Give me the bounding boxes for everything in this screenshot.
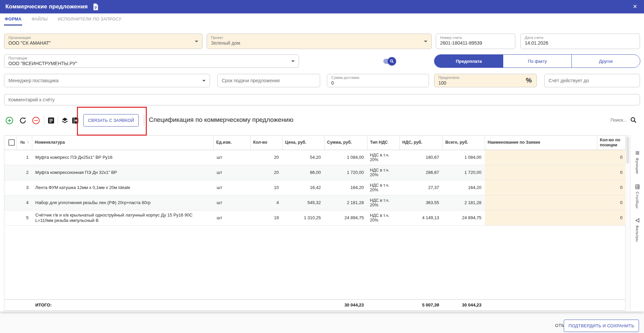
supplier-value: ООО "ВСЕИНСТРУМЕНТЫ.РУ": [8, 60, 295, 67]
payment-option[interactable]: Предоплата: [434, 55, 503, 67]
cell-unit: шт: [213, 180, 250, 195]
organization-field[interactable]: Организация ООО "СК АМАНАТ": [4, 34, 203, 49]
window-title: Коммерческие предложения: [5, 3, 88, 10]
select-all-checkbox[interactable]: [8, 139, 15, 146]
delivery-sum-field[interactable]: Сумма доставки 0: [327, 74, 429, 87]
add-row-icon[interactable]: [5, 116, 13, 125]
header-unit[interactable]: Ед.изм.: [213, 136, 250, 150]
cell-name: Счётчик г/в и х/в крыльчатый одноструйны…: [32, 210, 213, 225]
filter-icon: [635, 218, 640, 223]
search-toggle-knob: [388, 57, 396, 65]
payment-option[interactable]: По факту: [503, 55, 571, 67]
cell-name: Муфта компресс ПЭ Дн25х1" ВР Ру16: [32, 150, 213, 165]
cell-price: 16,42: [282, 180, 324, 195]
invoice-number-field[interactable]: Номер счета 2601-180411-89539: [436, 34, 515, 49]
header-sum[interactable]: Сумма, руб.: [324, 136, 367, 150]
spec-table-body: 1Муфта компресс ПЭ Дн25х1" ВР Ру16шт2054…: [4, 150, 626, 225]
add-table-icon[interactable]: [71, 116, 79, 125]
table-row[interactable]: 5Счётчик г/в и х/в крыльчатый одноструйн…: [4, 210, 626, 225]
header-total[interactable]: Всего, руб.: [442, 136, 485, 150]
organization-value: ООО "СК АМАНАТ": [8, 40, 198, 46]
cell-name: Набор для уплотнения резьбы лен (РФ) 20г…: [32, 195, 213, 210]
dialog-panel: Коммерческие предложения ✕ ФОРМА ФАЙЛЫ И…: [0, 0, 644, 312]
cell-qty: 4: [250, 195, 282, 210]
toolbar-divider: [44, 116, 44, 125]
totals-label: ИТОГО:: [32, 300, 213, 311]
header-vat-type[interactable]: Тип НДС: [367, 136, 399, 150]
search-icon: [630, 117, 637, 123]
header-vat[interactable]: НДС, руб.: [399, 136, 442, 150]
cell-qty: 20: [250, 150, 282, 165]
hamburger-icon: [635, 150, 640, 155]
header-qty[interactable]: Кол-во: [250, 136, 282, 150]
cell-request_name: [485, 210, 597, 225]
delivery-sum-label: Сумма доставки: [331, 75, 425, 80]
cell-request_qty: 0: [597, 210, 626, 225]
comment-placeholder: Комментарий к счёту: [8, 97, 55, 102]
totals-vat: 5 007,39: [399, 300, 442, 311]
side-tab-functions[interactable]: Функции: [635, 150, 640, 174]
confirm-save-button[interactable]: ПОДТВЕРДИТЬ И СОХРАНИТЬ: [564, 320, 639, 332]
table-side-panel: Функции Столбцы Фильтры: [630, 135, 644, 311]
cell-request_qty: 0: [597, 195, 626, 210]
invoice-date-field[interactable]: Дата счета 14.01.2026: [520, 34, 640, 49]
close-icon[interactable]: ✕: [632, 3, 639, 11]
header-request-qty[interactable]: Кол-во по позиции: [597, 136, 626, 150]
cell-vat: 4 149,13: [399, 210, 442, 225]
cell-checkbox: [4, 165, 16, 180]
cell-request_qty: 0: [597, 150, 626, 165]
invoice-number-label: Номер счета: [440, 35, 511, 40]
cell-unit: шт: [213, 195, 250, 210]
cell-vat: 363,55: [399, 195, 442, 210]
valid-until-field[interactable]: Счёт действует до: [544, 74, 640, 87]
cell-num: 4: [16, 195, 32, 210]
payment-option[interactable]: Другое: [571, 55, 640, 67]
side-tab-columns[interactable]: Столбцы: [635, 184, 640, 208]
cell-request_name: [485, 195, 597, 210]
supplier-manager-placeholder: Менеджер поставщика: [8, 78, 58, 83]
refresh-icon[interactable]: [19, 116, 27, 125]
cell-request_name: [485, 150, 597, 165]
tab[interactable]: ФАЙЛЫ: [31, 13, 48, 26]
cell-vat: 180,67: [399, 150, 442, 165]
header-price[interactable]: Цена, руб.: [282, 136, 324, 150]
supplier-field[interactable]: Поставщик ООО "ВСЕИНСТРУМЕНТЫ.РУ": [4, 54, 299, 68]
cell-vat_type: НДС в т.ч. 20%: [367, 150, 399, 165]
valid-until-placeholder: Счёт действует до: [549, 78, 589, 83]
vertical-scrollbar[interactable]: [626, 135, 630, 311]
cell-price: 86,00: [282, 165, 324, 180]
remove-row-icon[interactable]: [32, 116, 40, 125]
project-field[interactable]: Проект Зеленый дом: [207, 34, 432, 49]
table-row[interactable]: 1Муфта компресс ПЭ Дн25х1" ВР Ру16шт2054…: [4, 150, 626, 165]
sort-asc-icon: ↑: [27, 140, 29, 145]
supplier-search-toggle[interactable]: [383, 59, 395, 64]
side-tab-filters[interactable]: Фильтры: [635, 218, 640, 242]
comment-field[interactable]: Комментарий к счёту: [4, 94, 640, 105]
table-row[interactable]: 2Муфта компрессионная ПЭ Дн 32х1" ВРшт20…: [4, 165, 626, 180]
table-row[interactable]: 3Лента ФУМ катушка 12мм х 0,1мм х 20м Id…: [4, 180, 626, 195]
spec-search[interactable]: Поиск...: [610, 117, 637, 123]
header-num[interactable]: №↑: [16, 136, 32, 150]
cell-checkbox: [4, 210, 16, 225]
supplier-manager-field[interactable]: Менеджер поставщика: [4, 74, 210, 87]
chevron-down-icon: [291, 60, 295, 62]
header-request-name[interactable]: Наименование по Заявке: [485, 136, 597, 150]
prepayment-field[interactable]: Предоплата 100 %: [434, 74, 537, 87]
cell-request_name: [485, 180, 597, 195]
tab[interactable]: ИСПОЛНИТЕЛИ ПО ЗАПРОСУ: [57, 13, 122, 26]
cell-checkbox: [4, 180, 16, 195]
table-row[interactable]: 4Набор для уплотнения резьбы лен (РФ) 20…: [4, 195, 626, 210]
header-name[interactable]: Номенклатура: [32, 136, 213, 150]
tab[interactable]: ФОРМА: [4, 13, 22, 26]
cell-unit: шт: [213, 210, 250, 225]
prepayment-label: Предоплата: [438, 75, 532, 80]
table-header-row: №↑ Номенклатура Ед.изм. Кол-во Цена, руб…: [4, 136, 626, 150]
deadline-field[interactable]: Срок подачи предложения: [217, 74, 320, 87]
totals-sum: 30 044,23: [324, 300, 367, 311]
invoice-date-value: 14.01.2026: [525, 40, 636, 46]
search-placeholder: Поиск...: [610, 117, 627, 123]
layers-icon[interactable]: [61, 116, 69, 125]
link-request-button[interactable]: СВЯЗАТЬ С ЗАЯВКОЙ: [83, 114, 139, 127]
scrollbar-thumb[interactable]: [626, 137, 629, 163]
list-icon[interactable]: [47, 116, 55, 125]
